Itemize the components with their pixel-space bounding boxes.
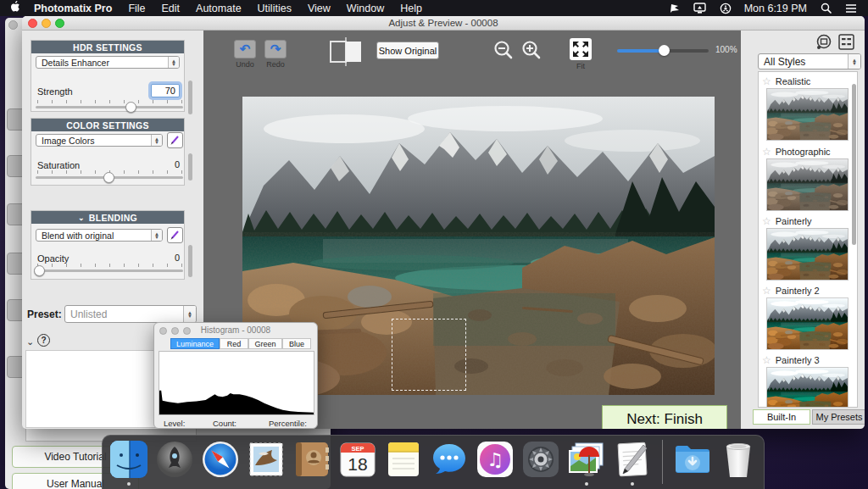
dock-mail-icon[interactable] — [247, 440, 286, 479]
dock-system-preferences-icon[interactable] — [521, 440, 560, 479]
dock-itunes-icon[interactable]: ♫ — [476, 440, 515, 479]
strength-label: Strength — [37, 86, 73, 97]
dock-launchpad-icon[interactable] — [155, 440, 194, 479]
dock-safari-icon[interactable] — [201, 440, 240, 479]
split-compare-icon[interactable] — [329, 37, 363, 66]
stepper-icon: ▲▼ — [848, 54, 860, 69]
side-tab[interactable] — [7, 155, 24, 177]
menu-view[interactable]: View — [308, 3, 331, 14]
histogram-title: Histogram - 00008 — [154, 325, 317, 335]
menu-window[interactable]: Window — [347, 3, 384, 14]
star-icon[interactable]: ☆ — [762, 75, 771, 87]
menu-help[interactable]: Help — [400, 3, 422, 14]
tab-luminance[interactable]: Luminance — [170, 338, 220, 349]
preset-thumbnail-painterly[interactable] — [766, 228, 849, 281]
notification-center-icon[interactable] — [844, 3, 858, 14]
preview-zoom-slider-thumb[interactable] — [659, 45, 670, 56]
selection-marquee[interactable] — [392, 319, 466, 391]
help-button[interactable]: ? — [37, 334, 50, 347]
preset-item-painterly[interactable]: ☆Painterly — [762, 215, 812, 227]
star-icon[interactable]: ☆ — [762, 146, 771, 158]
side-tab[interactable] — [7, 299, 24, 321]
side-tab[interactable] — [7, 253, 24, 275]
dock-downloads-folder-icon[interactable] — [673, 440, 712, 479]
blend-mode-dropdown[interactable]: Blend with original ▲▼ — [36, 229, 163, 242]
display-status-icon[interactable] — [693, 3, 707, 14]
blending-header[interactable]: ⌄ BLENDING — [31, 211, 184, 224]
color-brush-button[interactable] — [167, 132, 183, 148]
dock-calendar-icon[interactable]: SEP18 — [338, 440, 377, 479]
background-window-traffic-light[interactable] — [8, 20, 18, 30]
menu-edit[interactable]: Edit — [162, 3, 181, 14]
show-original-button[interactable]: Show Original — [376, 42, 439, 59]
menu-app-name[interactable]: Photomatix Pro — [34, 3, 112, 14]
hdr-method-dropdown[interactable]: Details Enhancer ▲▼ — [36, 56, 180, 69]
zoom-in-icon[interactable] — [520, 40, 542, 62]
tab-blue[interactable]: Blue — [282, 338, 311, 349]
preset-item-photographic[interactable]: ☆Photographic — [762, 146, 831, 158]
blend-brush-button[interactable] — [167, 227, 183, 243]
dock-notes-icon[interactable] — [384, 440, 423, 479]
panel-scrollbar[interactable] — [188, 245, 192, 277]
preset-thumbnail-realistic[interactable] — [766, 88, 849, 141]
dock-separator — [662, 440, 663, 484]
preview-presets-icon[interactable] — [815, 34, 832, 51]
preset-thumbnail-painterly-3[interactable] — [766, 367, 849, 408]
preset-item-painterly-3[interactable]: ☆Painterly 3 — [762, 354, 820, 366]
preset-thumbnail-painterly-2[interactable] — [766, 297, 849, 350]
tab-my-presets[interactable]: My Presets — [812, 409, 865, 425]
panel-scrollbar[interactable] — [188, 153, 192, 181]
dock-trash-icon[interactable] — [719, 440, 758, 479]
hdr-settings-header[interactable]: HDR SETTINGS — [31, 41, 184, 53]
side-tab[interactable] — [7, 108, 24, 131]
menu-clock[interactable]: Mon 6:19 PM — [744, 3, 807, 14]
window-titlebar[interactable]: Adjust & Preview - 00008 — [22, 16, 865, 31]
side-tab[interactable] — [7, 356, 24, 378]
style-filter-dropdown[interactable]: All Styles ▲▼ — [758, 53, 861, 69]
time-machine-icon[interactable] — [719, 3, 732, 14]
undo-button[interactable]: ↶ — [234, 40, 256, 58]
flag-status-icon[interactable] — [668, 3, 682, 14]
strength-slider-thumb[interactable] — [125, 102, 136, 113]
dock-messages-icon[interactable] — [430, 440, 469, 479]
fit-button[interactable] — [570, 38, 592, 60]
redo-button[interactable]: ↷ — [264, 40, 287, 58]
saturation-slider-thumb[interactable] — [103, 172, 114, 183]
color-mode-dropdown[interactable]: Image Colors ▲▼ — [36, 134, 163, 147]
tab-red[interactable]: Red — [220, 338, 248, 349]
star-icon[interactable]: ☆ — [762, 354, 771, 366]
apple-menu[interactable] — [10, 1, 20, 15]
dock-contacts-icon[interactable] — [292, 440, 331, 479]
preset-list-scrollbar[interactable] — [852, 84, 856, 245]
preset-thumbnail-photographic[interactable] — [766, 158, 849, 211]
strength-slider[interactable] — [36, 106, 183, 108]
next-finish-button[interactable]: Next: Finish — [602, 405, 727, 429]
menu-file[interactable]: File — [128, 3, 145, 14]
side-tab[interactable] — [7, 203, 24, 225]
strength-value-field[interactable]: 70 — [151, 84, 180, 97]
tab-built-in[interactable]: Built-In — [753, 409, 810, 425]
redo-label: Redo — [262, 60, 289, 69]
star-icon[interactable]: ☆ — [762, 285, 771, 297]
menu-automate[interactable]: Automate — [196, 3, 242, 14]
zoom-out-icon[interactable] — [492, 40, 515, 62]
panel-scrollbar[interactable] — [188, 81, 192, 114]
preset-dropdown[interactable]: Unlisted ▲▼ — [64, 305, 197, 323]
search-icon[interactable] — [819, 3, 832, 14]
color-settings-header[interactable]: COLOR SETTINGS — [31, 119, 184, 131]
opacity-slider[interactable] — [36, 270, 183, 272]
menu-utilities[interactable]: Utilities — [258, 3, 292, 14]
svg-text:♫: ♫ — [487, 449, 504, 470]
thumbnail-view-icon[interactable] — [838, 34, 854, 50]
dock-finder-icon[interactable] — [109, 440, 148, 479]
histogram-window[interactable]: Histogram - 00008 Luminance Red Green Bl… — [153, 322, 318, 429]
dock-photomatix-icon[interactable] — [567, 440, 606, 479]
opacity-slider-thumb[interactable] — [34, 265, 45, 276]
chevron-down-icon[interactable]: ⌄ — [26, 336, 34, 347]
star-icon[interactable]: ☆ — [762, 215, 771, 227]
preset-item-painterly-2[interactable]: ☆Painterly 2 — [762, 285, 820, 297]
preset-item-realistic[interactable]: ☆Realistic — [762, 75, 810, 87]
adjust-preview-window: Adjust & Preview - 00008 HDR SETTINGS De… — [22, 16, 865, 429]
tab-green[interactable]: Green — [248, 338, 282, 349]
dock-textedit-icon[interactable] — [613, 440, 652, 479]
